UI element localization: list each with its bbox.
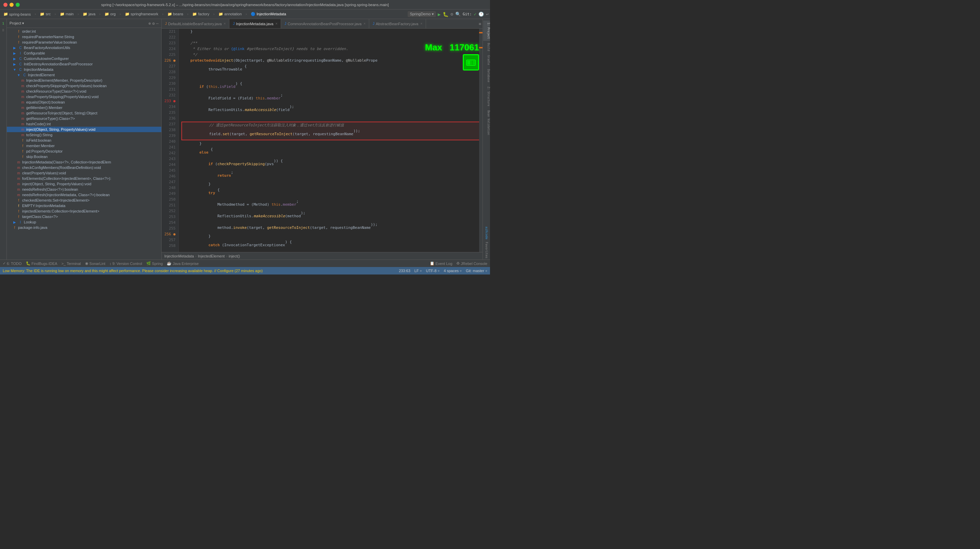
scope-icon[interactable]: ⊕ (148, 21, 151, 26)
debug-button[interactable]: 🐛 (443, 11, 449, 17)
method-icon: m (21, 78, 25, 83)
toolbar-injection-metadata[interactable]: 🔵 InjectionMetadata (249, 11, 288, 17)
recent-files-icon[interactable]: ≡ (479, 21, 481, 26)
findbugs-button[interactable]: 🐛 FindBugs-IDEA (26, 261, 57, 266)
toolbar-src[interactable]: 📁 src (38, 11, 53, 17)
scrollbar-vertical[interactable] (479, 29, 482, 252)
tree-injected-element[interactable]: ▼ C InjectedElement (7, 72, 161, 78)
tree-order-int[interactable]: f order:int (7, 29, 161, 34)
tree-lookup[interactable]: ▶ I Lookup (7, 219, 161, 225)
toolbar-factory[interactable]: 📁 factory (190, 11, 211, 17)
tree-checked-elements[interactable]: f checkedElements:Set<InjectedElement> (7, 198, 161, 203)
toolbar-beans[interactable]: 📁 beans (165, 11, 185, 17)
status-spaces[interactable]: 4 spaces ÷ (444, 269, 462, 273)
settings-icon[interactable]: ⚙ (153, 21, 155, 26)
tab-injection-metadata[interactable]: J InjectionMetadata.java × (229, 19, 281, 29)
git-check-button[interactable]: ✓ (474, 11, 476, 17)
tree-member[interactable]: f member:Member (7, 143, 161, 148)
tree-required-param-name[interactable]: f requiredParameterName:String (7, 34, 161, 40)
right-icon-build[interactable]: Build (483, 41, 490, 53)
breadcrumb-injected-element[interactable]: InjectedElement (198, 254, 225, 258)
tree-bean-factory-ann-utils[interactable]: ▶ C BeanFactoryAnnotationUtils (7, 45, 161, 50)
tree-clear[interactable]: m clear(PropertyValues):void (7, 170, 161, 176)
tree-needs-refresh-1[interactable]: m needsRefresh(Class<?>):boolean (7, 187, 161, 192)
tab-close-icon[interactable]: × (224, 22, 226, 26)
tab-common-annotation[interactable]: J CommonAnnotationBeanPostProcessor.java… (281, 19, 369, 29)
tree-isfield[interactable]: f isField:boolean (7, 137, 161, 143)
terminal-button[interactable]: >_ Terminal (61, 262, 81, 266)
right-icon-database[interactable]: Database (483, 67, 490, 85)
spring-demo-label[interactable]: SpringDemo ▾ (408, 11, 436, 17)
tab-close-icon[interactable]: × (363, 22, 366, 26)
collapse-icon[interactable]: — (156, 21, 159, 26)
tab-close-icon[interactable]: × (420, 22, 422, 26)
right-icon-structure[interactable]: Z: Structure (483, 85, 490, 108)
tree-needs-refresh-2[interactable]: m needsRefresh(InjectionMetadata, Class<… (7, 192, 161, 198)
spring-button[interactable]: 🌿 Spring (146, 261, 163, 266)
settings-button[interactable]: ⚙ (450, 11, 453, 17)
tree-check-prop-skip[interactable]: m checkPropertySkipping(PropertyValues):… (7, 83, 161, 89)
tree-target-class[interactable]: f targetClass:Class<?> (7, 214, 161, 219)
run-button[interactable]: ▶ (438, 11, 441, 17)
maximize-button[interactable] (16, 3, 20, 7)
toolbar-main[interactable]: 📁 main (58, 11, 76, 17)
toolbar-springframework[interactable]: 📁 springframework (123, 11, 160, 17)
status-encoding[interactable]: UTF-8 ÷ (426, 269, 440, 273)
tree-empty[interactable]: f EMPTY:InjectionMetadata (7, 203, 161, 208)
left-icon-1[interactable]: 1 (0, 21, 6, 27)
right-icon-project[interactable]: 1: Project (483, 21, 490, 41)
right-icon-favorites[interactable]: Favorites (485, 242, 488, 260)
status-git[interactable]: Git: master ÷ (466, 269, 487, 273)
minimize-button[interactable] (10, 3, 14, 7)
tree-injected-elements[interactable]: f injectedElements:Collection<InjectedEl… (7, 208, 161, 214)
tree-inject-outer[interactable]: m inject(Object, String, PropertyValues)… (7, 181, 161, 187)
git-undo-button[interactable]: ↩ (486, 11, 488, 17)
tree-injected-element-ctor[interactable]: m InjectedElement(Member, PropertyDescri… (7, 78, 161, 83)
tree-check-resource-type[interactable]: m checkResourceType(Class<?>):void (7, 89, 161, 94)
tree-inject-selected[interactable]: m inject(Object, String, PropertyValues)… (7, 127, 161, 132)
java-enterprise-button[interactable]: ☕ Java Enterprise (167, 261, 198, 266)
toolbar-annotation[interactable]: 📁 annotation (216, 11, 243, 17)
version-control-button[interactable]: ↕ 9: Version Control (110, 262, 142, 266)
jrebel-console-button[interactable]: ♻ JRebel Console (456, 261, 487, 266)
tree-get-resource-inject[interactable]: m getResourceToInject(Object, String):Ob… (7, 110, 161, 116)
tree-required-param-value[interactable]: f requiredParameterValue:boolean (7, 40, 161, 45)
file-icon: f (12, 225, 17, 230)
todo-button[interactable]: ✓ 6: TODO (3, 261, 22, 266)
left-icon-build[interactable]: B (0, 27, 6, 34)
tree-get-member[interactable]: m getMember():Member (7, 105, 161, 110)
git-clock-button[interactable]: 🕐 (479, 11, 484, 17)
toolbar-org[interactable]: 📁 org (102, 11, 118, 17)
tab-default-listable[interactable]: J DefaultListableBeanFactory.java × (162, 19, 229, 29)
tree-skip[interactable]: f skip:Boolean (7, 154, 161, 160)
tab-abstract-bean-factory[interactable]: J AbstractBeanFactory.java × (369, 19, 426, 29)
tab-close-icon[interactable]: × (275, 22, 277, 26)
sonarlint-button[interactable]: ◉ SonarLint (85, 261, 105, 266)
breadcrumb-injection-metadata[interactable]: InjectionMetadata (164, 254, 194, 258)
tree-for-elements[interactable]: m forElements(Collection<InjectedElement… (7, 176, 161, 181)
status-position[interactable]: 233:63 (399, 269, 410, 273)
tree-tostring[interactable]: m toString():String (7, 132, 161, 137)
toolbar-spring-beans[interactable]: 📁 spring-beans (2, 11, 33, 17)
tree-init-destroy[interactable]: ▶ C InitDestroyAnnotationBeanPostProcess… (7, 61, 161, 67)
event-log-button[interactable]: 📋 Event Log (430, 261, 453, 266)
tree-pd[interactable]: f pd:PropertyDescriptor (7, 148, 161, 154)
right-icon-bean-validation[interactable]: Bean Validation (483, 108, 490, 137)
tree-hashcode[interactable]: m hashCode():int (7, 121, 161, 127)
right-icon-gradle[interactable]: Gradle (483, 53, 490, 67)
tree-configurable[interactable]: ▶ I Configurable (7, 50, 161, 56)
right-icon-aiXcode[interactable]: aiXcode (485, 227, 488, 242)
tree-custom-autowire[interactable]: ▶ C CustomAutowireConfigurer (7, 56, 161, 61)
close-button[interactable] (3, 3, 8, 7)
status-lf[interactable]: LF ÷ (414, 269, 422, 273)
breadcrumb-inject-method[interactable]: inject() (229, 254, 240, 258)
search-button[interactable]: 🔍 (455, 11, 461, 17)
tree-injection-metadata[interactable]: ▼ C InjectionMetadata (7, 67, 161, 72)
tree-check-config-members[interactable]: m checkConfigMembers(RootBeanDefinition)… (7, 165, 161, 170)
tree-package-info[interactable]: f package-info.java (7, 225, 161, 230)
tree-equals[interactable]: m equals(Object):boolean (7, 99, 161, 105)
tree-injection-metadata-ctor[interactable]: m InjectionMetadata(Class<?>, Collection… (7, 160, 161, 165)
tree-get-resource-type[interactable]: m getResourceType():Class<?> (7, 116, 161, 121)
tree-clear-prop-skip[interactable]: m clearPropertySkipping(PropertyValues):… (7, 94, 161, 99)
toolbar-java[interactable]: 📁 java (81, 11, 97, 17)
